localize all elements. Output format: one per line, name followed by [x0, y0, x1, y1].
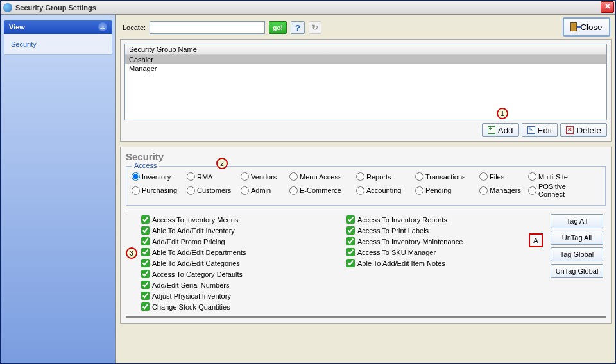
callout-a: A: [529, 233, 543, 247]
access-row-1: Inventory RMA Vendors Menu Access Report…: [132, 172, 600, 181]
edit-icon: [527, 126, 535, 134]
refresh-button[interactable]: ↻: [309, 21, 321, 34]
main-area: Close Locate: go! ? ↻ Security Group Nam…: [116, 15, 615, 363]
radio-rma[interactable]: RMA: [187, 172, 238, 181]
chk-print-labels[interactable]: Access To Print Labels: [346, 226, 511, 235]
group-list-header: Security Group Name: [125, 44, 606, 55]
chk-inventory-maintenance[interactable]: Access To Inventory Maintenance: [346, 237, 511, 245]
radio-customers[interactable]: Customers: [187, 183, 238, 198]
window-close-button[interactable]: ✕: [601, 1, 614, 13]
group-list-frame: Security Group Name Cashier Manager 1 Ad…: [120, 39, 612, 142]
access-fieldset: Access 2 Inventory RMA Vendors Menu Acce…: [126, 166, 606, 206]
radio-purchasing[interactable]: Purchasing: [132, 183, 184, 198]
permissions-column-2: Access To Inventory Reports Access To Pr…: [331, 215, 511, 311]
group-row-manager[interactable]: Manager: [125, 64, 606, 73]
radio-multisite[interactable]: Multi-Site: [528, 172, 585, 181]
titlebar: Security Group Settings ✕: [1, 1, 615, 15]
close-button[interactable]: Close: [563, 17, 610, 37]
radio-files[interactable]: Files: [479, 172, 526, 181]
chk-categories[interactable]: Able To Add/Edit Categories: [141, 259, 318, 267]
access-legend: Access: [132, 161, 159, 169]
group-listbox[interactable]: Security Group Name Cashier Manager: [124, 44, 607, 120]
security-title: Security: [126, 151, 606, 162]
callout-2: 2: [216, 158, 228, 169]
tag-global-button[interactable]: Tag Global: [551, 247, 603, 261]
callout-3: 3: [126, 247, 137, 259]
radio-vendors[interactable]: Vendors: [241, 172, 287, 181]
tag-buttons-column: Tag All UnTag All Tag Global UnTag Globa…: [551, 214, 603, 278]
radio-managers[interactable]: Managers: [479, 183, 526, 198]
help-button[interactable]: ?: [291, 21, 305, 34]
radio-reports[interactable]: Reports: [356, 172, 413, 181]
add-button[interactable]: Add: [482, 123, 519, 137]
chk-promo-pricing[interactable]: Add/Edit Promo Pricing: [141, 237, 318, 245]
crud-row: 1 Add Edit Delete: [124, 123, 607, 137]
sidebar-panel-body: Security: [4, 34, 112, 55]
sidebar-panel-header[interactable]: View ︽: [4, 20, 112, 34]
chk-serial-numbers[interactable]: Add/Edit Serial Numbers: [141, 281, 318, 289]
delete-button[interactable]: Delete: [560, 123, 607, 137]
sidebar-item-security[interactable]: Security: [10, 38, 107, 51]
chk-sku-manager[interactable]: Access To SKU Manager: [346, 248, 511, 256]
radio-positive-connect[interactable]: POSitive Connect: [528, 183, 585, 198]
chk-departments[interactable]: Able To Add/Edit Departments: [141, 248, 318, 256]
go-button[interactable]: go!: [269, 21, 287, 34]
radio-inventory[interactable]: Inventory: [132, 172, 184, 181]
access-row-2: Purchasing Customers Admin E-Commerce Ac…: [132, 183, 600, 198]
permissions-area: 3 Access To Inventory Menus Able To Add/…: [126, 210, 606, 311]
app-icon: [3, 3, 12, 12]
add-button-label: Add: [498, 126, 513, 135]
radio-menu-access[interactable]: Menu Access: [289, 172, 354, 181]
radio-pending[interactable]: Pending: [415, 183, 477, 198]
chk-addedit-inventory[interactable]: Able To Add/Edit Inventory: [141, 226, 318, 235]
chk-category-defaults[interactable]: Access To Category Defaults: [141, 270, 318, 278]
close-button-label: Close: [580, 22, 602, 32]
chk-inventory-reports[interactable]: Access To Inventory Reports: [346, 215, 511, 224]
sidebar: View ︽ Security: [1, 15, 116, 363]
window-title: Security Group Settings: [15, 4, 96, 12]
chevron-up-icon[interactable]: ︽: [98, 22, 107, 31]
bottom-divider: [126, 316, 606, 318]
locate-input[interactable]: [150, 21, 265, 34]
delete-button-label: Delete: [576, 126, 601, 135]
radio-transactions[interactable]: Transactions: [415, 172, 477, 181]
edit-button[interactable]: Edit: [522, 123, 558, 137]
add-icon: [488, 126, 495, 134]
door-icon: [570, 22, 577, 31]
chk-stock-quantities[interactable]: Change Stock Quantities: [141, 302, 318, 311]
chk-inventory-menus[interactable]: Access To Inventory Menus: [141, 215, 318, 224]
callout-1: 1: [497, 108, 508, 119]
edit-button-label: Edit: [538, 126, 552, 135]
chk-item-notes[interactable]: Able To Add/Edit Item Notes: [346, 259, 511, 267]
radio-admin[interactable]: Admin: [241, 183, 287, 198]
delete-icon: [566, 126, 574, 134]
radio-accounting[interactable]: Accounting: [356, 183, 413, 198]
tag-all-button[interactable]: Tag All: [551, 214, 603, 228]
locate-label: Locate:: [123, 24, 146, 31]
chk-physical-inventory[interactable]: Adjust Physical Inventory: [141, 292, 318, 300]
locate-row: Locate: go! ? ↻: [123, 21, 612, 34]
security-frame: Security Access 2 Inventory RMA Vendors …: [120, 147, 612, 324]
sidebar-panel-title: View: [9, 23, 25, 31]
untag-global-button[interactable]: UnTag Global: [551, 264, 603, 278]
untag-all-button[interactable]: UnTag All: [551, 231, 603, 245]
radio-ecommerce[interactable]: E-Commerce: [289, 183, 354, 198]
permissions-column-1: Access To Inventory Menus Able To Add/Ed…: [126, 215, 318, 311]
group-row-cashier[interactable]: Cashier: [125, 55, 606, 64]
